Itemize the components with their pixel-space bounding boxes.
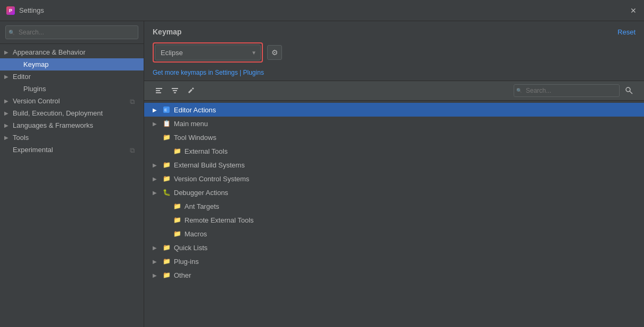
editor-actions-icon: E bbox=[162, 105, 171, 114]
spacer: ▶ bbox=[163, 231, 170, 237]
spacer: ▶ bbox=[163, 148, 170, 154]
edit-button[interactable] bbox=[184, 84, 197, 97]
other-icon: 📁 bbox=[162, 271, 171, 279]
chevron-right-icon: ▶ bbox=[4, 110, 11, 116]
tree-item-other[interactable]: ▶ 📁 Other bbox=[144, 268, 644, 282]
tree-item-main-menu[interactable]: ▶ 📋 Main menu bbox=[144, 117, 644, 130]
gear-button[interactable]: ⚙ bbox=[267, 45, 282, 60]
expand-all-button[interactable] bbox=[153, 84, 165, 97]
chevron-right-icon: ▶ bbox=[4, 98, 11, 104]
tree-chevron-icon: ▶ bbox=[153, 190, 159, 196]
tree-item-editor-actions[interactable]: ▶ E Editor Actions bbox=[144, 103, 644, 117]
sidebar-item-experimental[interactable]: Experimental ⧉ bbox=[0, 144, 144, 156]
sidebar-item-plugins[interactable]: Plugins bbox=[0, 83, 144, 95]
external-tools-icon: 📁 bbox=[173, 147, 181, 155]
keymap-tree-list: ▶ E Editor Actions ▶ 📋 Main menu bbox=[144, 101, 644, 327]
plugins-icon: 📁 bbox=[162, 257, 171, 266]
tree-item-external-build[interactable]: ▶ 📁 External Build Systems bbox=[144, 158, 644, 172]
tree-item-label: External Build Systems bbox=[174, 161, 245, 169]
macro-icon: 📁 bbox=[173, 229, 181, 238]
sidebar-item-languages[interactable]: ▶ Languages & Frameworks bbox=[0, 119, 144, 131]
main-content: ▶ Appearance & Behavior Keymap ▶ Editor … bbox=[0, 21, 644, 327]
main-menu-icon: 📋 bbox=[162, 119, 171, 128]
tree-chevron-icon: ▶ bbox=[153, 259, 159, 264]
sidebar-item-label: Keymap bbox=[23, 60, 137, 68]
tree-item-label: Debugger Actions bbox=[174, 189, 228, 197]
main-header: Keymap Reset bbox=[144, 21, 644, 36]
reset-button[interactable]: Reset bbox=[617, 28, 636, 36]
editor-icon-svg: E bbox=[163, 106, 170, 113]
tree-item-label: Other bbox=[174, 271, 191, 279]
tree-item-label: Remote External Tools bbox=[184, 216, 254, 224]
tree-item-label: External Tools bbox=[184, 147, 227, 155]
tree-item-external-tools[interactable]: ▶ 📁 External Tools bbox=[144, 144, 644, 158]
external-build-icon: 📁 bbox=[162, 161, 171, 169]
toolbar-search-wrapper bbox=[514, 84, 620, 97]
ant-icon: 📁 bbox=[173, 202, 181, 210]
sidebar-item-label: Version Control bbox=[13, 97, 128, 105]
sidebar-items-list: ▶ Appearance & Behavior Keymap ▶ Editor … bbox=[0, 44, 144, 158]
sidebar-item-tools[interactable]: ▶ Tools bbox=[0, 131, 144, 144]
sidebar-item-build[interactable]: ▶ Build, Execution, Deployment bbox=[0, 107, 144, 119]
keymap-row: Eclipse Default Mac OS X Emacs ▼ ⚙ bbox=[144, 36, 644, 69]
window-title: Settings bbox=[19, 6, 44, 14]
get-more-keymaps-link[interactable]: Get more keymaps in Settings | Plugins bbox=[144, 69, 644, 81]
sidebar-item-keymap[interactable]: Keymap bbox=[0, 58, 144, 70]
sidebar-search-input[interactable] bbox=[5, 25, 138, 39]
tool-windows-icon: 📁 bbox=[162, 133, 171, 142]
debugger-icon: 🐛 bbox=[162, 188, 171, 197]
edit-icon bbox=[187, 87, 195, 94]
sidebar-item-label: Languages & Frameworks bbox=[13, 121, 137, 129]
tree-chevron-icon: ▶ bbox=[153, 272, 159, 278]
svg-text:E: E bbox=[164, 108, 167, 112]
tree-item-remote[interactable]: ▶ 📁 Remote External Tools bbox=[144, 213, 644, 227]
sidebar-item-version-control[interactable]: ▶ Version Control ⧉ bbox=[0, 95, 144, 107]
tree-item-label: Plug-ins bbox=[174, 258, 199, 266]
keymap-select[interactable]: Eclipse Default Mac OS X Emacs bbox=[155, 45, 261, 60]
sidebar-item-label: Build, Execution, Deployment bbox=[13, 109, 137, 117]
tree-chevron-icon: ▶ bbox=[153, 107, 159, 113]
svg-line-7 bbox=[630, 91, 632, 94]
tree-item-label: Quick Lists bbox=[174, 244, 208, 252]
svg-rect-4 bbox=[173, 90, 177, 91]
tree-item-label: Editor Actions bbox=[174, 106, 216, 114]
sidebar-item-appearance[interactable]: ▶ Appearance & Behavior bbox=[0, 46, 144, 58]
settings-window: P Settings ✕ ▶ Appearance & Behavior bbox=[0, 0, 644, 327]
tree-item-macros[interactable]: ▶ 📁 Macros bbox=[144, 227, 644, 241]
tree-item-label: Tool Windows bbox=[174, 134, 216, 142]
find-user-button[interactable] bbox=[623, 84, 636, 97]
collapse-all-button[interactable] bbox=[169, 84, 181, 97]
titlebar: P Settings ✕ bbox=[0, 0, 644, 21]
collapse-all-icon bbox=[171, 87, 179, 94]
sidebar-search-bar bbox=[0, 21, 144, 44]
sidebar-search-wrapper bbox=[5, 25, 138, 39]
expand-all-icon bbox=[155, 87, 163, 94]
tree-chevron-icon: ▶ bbox=[153, 121, 159, 127]
tree-item-vcs[interactable]: ▶ 📁 Version Control Systems bbox=[144, 172, 644, 185]
spacer: ▶ bbox=[163, 217, 170, 223]
tree-chevron-icon: ▶ bbox=[153, 245, 159, 251]
copy-icon: ⧉ bbox=[130, 98, 137, 105]
tree-chevron-icon: ▶ bbox=[153, 162, 159, 168]
tree-item-tool-windows[interactable]: ▶ 📁 Tool Windows bbox=[144, 130, 644, 144]
sidebar-item-label: Tools bbox=[13, 134, 137, 142]
svg-rect-3 bbox=[172, 88, 178, 89]
svg-rect-1 bbox=[156, 90, 160, 91]
toolbar-search-input[interactable] bbox=[514, 84, 620, 97]
remote-icon: 📁 bbox=[173, 216, 181, 224]
tree-item-ant[interactable]: ▶ 📁 Ant Targets bbox=[144, 199, 644, 213]
sidebar-item-editor[interactable]: ▶ Editor bbox=[0, 70, 144, 83]
sidebar-item-label: Experimental bbox=[13, 146, 128, 154]
tree-item-plugins[interactable]: ▶ 📁 Plug-ins bbox=[144, 254, 644, 268]
toolbar-row bbox=[144, 81, 644, 101]
spacer: ▶ bbox=[163, 204, 170, 209]
tree-chevron-icon: ▶ bbox=[153, 176, 159, 182]
tree-item-label: Macros bbox=[184, 230, 207, 238]
svg-rect-2 bbox=[156, 92, 161, 93]
close-button[interactable]: ✕ bbox=[629, 6, 638, 15]
tree-item-quick-lists[interactable]: ▶ 📁 Quick Lists bbox=[144, 241, 644, 254]
svg-point-6 bbox=[626, 87, 630, 92]
chevron-right-icon: ▶ bbox=[4, 135, 11, 140]
chevron-right-icon: ▶ bbox=[4, 74, 11, 79]
tree-item-debugger[interactable]: ▶ 🐛 Debugger Actions bbox=[144, 185, 644, 199]
